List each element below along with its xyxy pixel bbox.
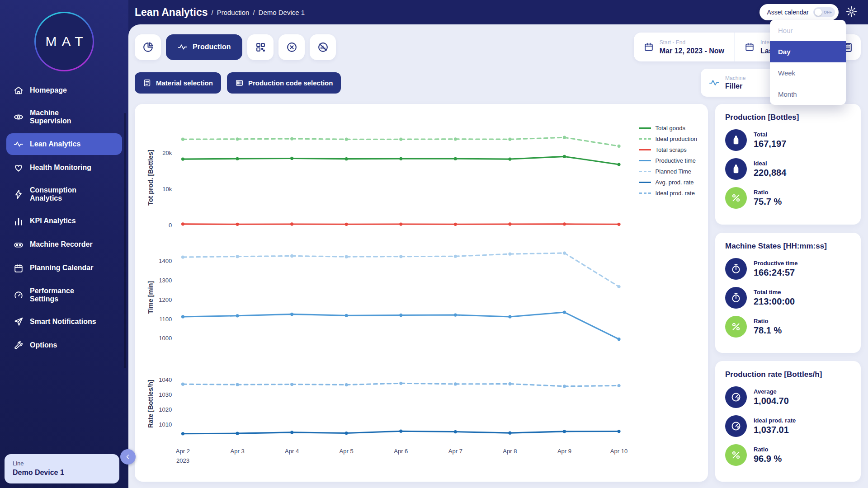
stat-row-ratio: Ratio78.1 % [725,316,851,338]
device-selector-card[interactable]: Line Demo Device 1 [5,454,119,483]
legend-item-ideal-production[interactable]: Ideal production [639,136,697,142]
sidebar-item-kpi-analytics[interactable]: KPI Analytics [6,211,122,232]
stats-column: Production [Bottles]Total167,197Ideal220… [715,104,861,482]
bars-icon [14,216,24,226]
material-selection-button[interactable]: Material selection [135,72,221,94]
sidebar-scrollbar[interactable] [124,113,126,368]
chart-legend: Total goodsIdeal productionTotal scrapsP… [639,125,697,197]
breadcrumb-separator: / [253,9,255,16]
main-area: Production Start - End Mar 12, 2023 - No… [128,24,868,488]
asset-calendar-toggle-pill[interactable]: Asset calendar OFF [760,4,839,20]
content-column: Lean Analytics / Production / Demo Devic… [128,0,868,488]
sidebar-item-homepage[interactable]: Homepage [6,80,122,101]
svg-text:Apr 7: Apr 7 [448,448,462,455]
production-view-button[interactable]: Production [166,34,242,60]
date-range-picker[interactable]: Start - End Mar 12, 2023 - Now [634,33,734,61]
sidebar-item-planning-calendar[interactable]: Planning Calendar [6,258,122,279]
cancel-view-button[interactable] [278,34,305,60]
sidebar-item-label: Options [30,341,57,349]
stat-card-production-bottles: Production [Bottles]Total167,197Ideal220… [715,104,861,225]
x-circle-icon [286,42,297,53]
stat-icon-circle [725,158,747,180]
sidebar-nav: HomepageMachine SupervisionLean Analytic… [0,80,128,356]
send-icon [14,317,24,327]
stat-value: 1,004.70 [754,396,789,406]
svg-text:1300: 1300 [159,277,172,284]
qr-grid-icon [255,42,266,53]
legend-item-ideal-prod-rate[interactable]: Ideal prod. rate [639,190,697,197]
sidebar-item-label: Planning Calendar [30,264,93,272]
bolt-icon [14,189,24,199]
calendar-icon [14,263,24,273]
svg-text:10k: 10k [162,186,172,192]
production-code-selection-button[interactable]: Production code selection [227,72,341,94]
sidebar-item-consumption-analytics[interactable]: Consumption Analytics [6,180,122,209]
svg-text:Apr 9: Apr 9 [557,448,571,455]
machine-card-label: Machine [725,75,745,81]
sidebar-item-machine-supervision[interactable]: Machine Supervision [6,103,122,131]
stat-row-total-time: Total time213:00:00 [725,287,851,309]
dropdown-option-week[interactable]: Week [770,62,846,84]
svg-text:Tot prod. [Bottles]: Tot prod. [Bottles] [147,150,154,206]
legend-item-avg-prod-rate[interactable]: Avg. prod. rate [639,179,697,186]
legend-item-productive-time[interactable]: Productive time [639,157,697,164]
activity-icon [14,139,24,149]
legend-item-total-goods[interactable]: Total goods [639,125,697,131]
svg-text:Apr 6: Apr 6 [394,448,408,455]
svg-text:Apr 3: Apr 3 [230,448,244,455]
sidebar-item-lean-analytics[interactable]: Lean Analytics [6,133,122,155]
stat-icon-circle [725,386,747,408]
sidebar-item-machine-recorder[interactable]: Machine Recorder [6,234,122,256]
stat-icon-circle [725,287,747,309]
toggle-knob [815,9,822,16]
pie-chart-view-button[interactable] [135,34,161,60]
sidebar-item-smart-notifications[interactable]: Smart Notifications [6,311,122,333]
legend-label: Planned Time [655,168,691,175]
legend-label: Ideal production [655,136,697,142]
svg-text:0: 0 [169,222,172,229]
stat-label: Total [754,131,786,138]
stat-label: Ideal [754,160,786,167]
legend-swatch [639,171,651,172]
stat-card-title: Production [Bottles] [725,113,851,122]
sidebar-item-performance-settings[interactable]: Performance Settings [6,281,122,310]
stat-value: 1,037.01 [754,425,796,435]
stat-card-production-rate-bottles-h: Production rate [Bottles/h]Average1,004.… [715,361,861,482]
stat-row-productive-time: Productive time166:24:57 [725,258,851,280]
qr-grid-view-button[interactable] [247,34,274,60]
svg-text:Apr 8: Apr 8 [503,448,517,455]
breadcrumb-production[interactable]: Production [217,9,250,16]
dropdown-option-day[interactable]: Day [770,41,846,62]
gear-icon [846,6,857,17]
legend-item-planned-time[interactable]: Planned Time [639,168,697,175]
wrench-icon [14,340,24,350]
dropdown-option-month[interactable]: Month [770,84,846,105]
stat-row-ideal-prod-rate: Ideal prod. rate1,037.01 [725,415,851,437]
no-data-view-button[interactable] [310,34,336,60]
pie-chart-icon [142,42,154,53]
asset-calendar-switch[interactable]: OFF [813,7,835,17]
sidebar-collapse-button[interactable] [120,449,136,465]
percent-icon [731,192,741,203]
breadcrumb-device[interactable]: Demo Device 1 [259,9,305,16]
sidebar-item-label: Consumption Analytics [30,186,97,203]
toggle-state-label: OFF [824,10,832,14]
sidebar-item-label: Performance Settings [30,287,97,304]
stopwatch-icon [731,263,741,274]
sidebar-item-health-monitoring[interactable]: Health Monitoring [6,157,122,178]
calendar-icon [644,42,654,52]
stat-icon-circle [725,258,747,280]
settings-gear-button[interactable] [846,6,857,19]
stat-card-title: Production rate [Bottles/h] [725,370,851,379]
stat-row-ideal: Ideal220,884 [725,158,851,180]
device-line-label: Line [13,460,111,467]
sidebar-item-options[interactable]: Options [6,334,122,356]
percent-icon [731,450,741,460]
sidebar-item-label: Lean Analytics [30,140,80,148]
stat-value: 167,197 [754,139,786,149]
dropdown-option-hour[interactable]: Hour [770,20,846,41]
sidebar-item-label: Machine Supervision [30,109,97,126]
stopwatch-icon [731,292,741,303]
legend-item-total-scraps[interactable]: Total scraps [639,146,697,153]
svg-text:2023: 2023 [176,457,189,464]
